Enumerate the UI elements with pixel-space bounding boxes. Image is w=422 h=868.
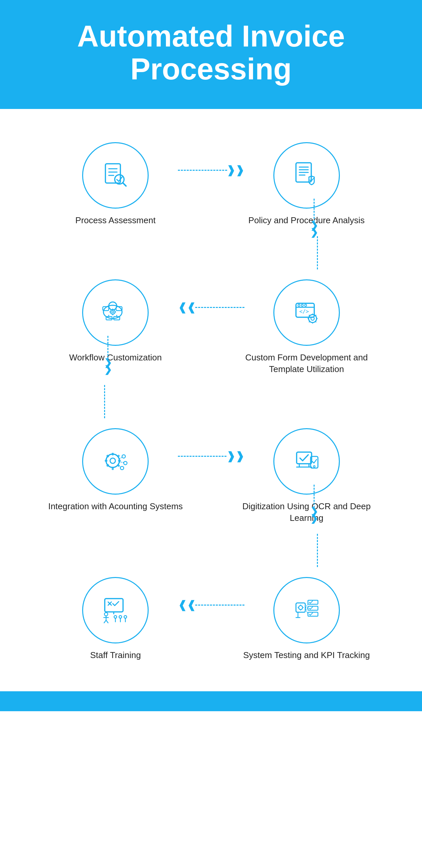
step5-label: Integration with Acounting Systems (48, 501, 183, 512)
step3-icon (82, 279, 149, 346)
svg-rect-47 (117, 464, 120, 467)
step2-label: Policy and Procedure Analysis (248, 215, 365, 226)
header: Automated Invoice Processing (0, 0, 422, 109)
svg-point-27 (305, 304, 307, 306)
svg-point-77 (299, 606, 303, 610)
svg-rect-40 (112, 453, 114, 456)
svg-rect-42 (105, 460, 107, 462)
svg-point-16 (112, 311, 114, 313)
svg-text:</>: </> (299, 308, 309, 315)
svg-line-5 (123, 183, 126, 186)
svg-point-49 (122, 455, 125, 458)
svg-line-36 (315, 321, 316, 322)
step3-cell: Workflow Customization (30, 270, 201, 373)
step4-icon: </> (273, 279, 340, 346)
main-title: Automated Invoice Processing (27, 20, 395, 86)
step2-icon (273, 142, 340, 209)
step2-cell: Policy and Procedure Analysis (221, 132, 392, 236)
svg-point-51 (120, 466, 124, 470)
step8-label: System Testing and KPI Tracking (243, 649, 370, 661)
svg-point-26 (301, 304, 303, 306)
svg-point-25 (298, 304, 300, 306)
svg-line-38 (309, 321, 310, 322)
main-content: Process Assessment ❱❱ (0, 109, 422, 691)
svg-rect-55 (297, 452, 312, 464)
step6-cell: Digitization Using OCR and Deep Learning (221, 418, 392, 534)
svg-point-50 (124, 461, 127, 465)
step3-label: Workflow Customization (69, 352, 162, 364)
bottom-bar (0, 691, 422, 711)
svg-rect-76 (296, 603, 305, 612)
svg-line-37 (315, 315, 316, 316)
step6-icon (273, 428, 340, 495)
step4-label: Custom Form Development and Template Uti… (234, 352, 379, 375)
svg-line-68 (104, 620, 106, 623)
svg-line-53 (119, 462, 124, 462)
step6-label: Digitization Using OCR and Deep Learning (234, 501, 379, 524)
step8-cell: System Testing and KPI Tracking (221, 567, 392, 671)
step5-icon (82, 428, 149, 495)
svg-point-65 (105, 613, 108, 616)
step5-cell: Integration with Acounting Systems (30, 418, 201, 522)
step1-label: Process Assessment (76, 215, 156, 226)
step7-icon (82, 577, 149, 644)
svg-line-69 (106, 620, 108, 623)
step8-icon (273, 577, 340, 644)
svg-line-35 (309, 315, 310, 316)
svg-rect-43 (118, 460, 121, 462)
step7-cell: Staff Training (30, 567, 201, 671)
svg-rect-45 (117, 455, 120, 458)
step1-cell: Process Assessment (30, 132, 201, 236)
step4-cell: </> Custom Form Development and Template… (221, 270, 392, 385)
svg-point-48 (110, 458, 115, 463)
step1-icon (82, 142, 149, 209)
svg-rect-41 (112, 467, 114, 470)
step7-label: Staff Training (90, 649, 141, 661)
svg-point-60 (313, 466, 315, 467)
